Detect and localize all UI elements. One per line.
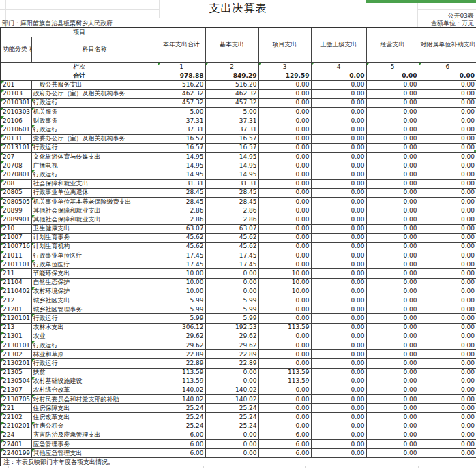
value-cell[interactable]: 0.00 [419, 386, 476, 394]
value-cell[interactable]: 0.00 [419, 449, 476, 458]
value-cell[interactable]: 0.00 [419, 215, 476, 224]
value-cell[interactable]: 22.89 [158, 359, 205, 368]
value-cell[interactable]: 0.00 [258, 89, 311, 98]
value-cell[interactable]: 14.95 [205, 170, 258, 179]
subject-name-cell[interactable]: 灾害防治及应急管理支出 [31, 431, 158, 439]
value-cell[interactable]: 192.53 [205, 323, 258, 332]
value-cell[interactable]: 0.00 [366, 449, 419, 458]
value-cell[interactable]: 0.00 [419, 125, 476, 134]
value-cell[interactable]: 0.00 [311, 260, 366, 269]
value-cell[interactable]: 0.00 [258, 422, 311, 431]
value-cell[interactable]: 0.00 [311, 413, 366, 422]
value-cell[interactable]: 0.00 [311, 143, 366, 152]
value-cell[interactable]: 0.00 [366, 269, 419, 278]
subject-name-cell[interactable]: 住房公积金 [31, 422, 158, 431]
value-cell[interactable]: 0.00 [258, 206, 311, 215]
value-cell[interactable]: 0.00 [311, 278, 366, 287]
value-cell[interactable]: 29.62 [158, 341, 205, 349]
subject-name-cell[interactable]: 行政运行 [31, 359, 158, 368]
value-cell[interactable]: 0.00 [366, 404, 419, 413]
value-cell[interactable]: 0.00 [205, 449, 258, 458]
value-cell[interactable]: 16.57 [158, 143, 205, 152]
value-cell[interactable]: 0.00 [311, 341, 366, 349]
subject-name-cell[interactable]: 节能环保支出 [31, 269, 158, 278]
value-cell[interactable]: 113.59 [258, 323, 311, 332]
value-cell[interactable]: 0.00 [419, 161, 476, 170]
subject-name-cell[interactable]: 农村环境保护 [31, 287, 158, 296]
value-cell[interactable]: 0.00 [258, 153, 311, 161]
value-cell[interactable]: 0.00 [419, 269, 476, 278]
value-cell[interactable]: 0.00 [258, 260, 311, 269]
value-cell[interactable]: 0.00 [311, 188, 366, 197]
value-cell[interactable]: 0.00 [366, 134, 419, 143]
value-cell[interactable]: 29.62 [205, 341, 258, 349]
subject-name-cell[interactable]: 文化旅游体育与传媒支出 [31, 153, 158, 161]
value-cell[interactable]: 45.62 [158, 242, 205, 251]
value-cell[interactable]: 0.00 [419, 251, 476, 260]
value-cell[interactable]: 0.00 [419, 197, 476, 206]
value-cell[interactable]: 0.00 [366, 89, 419, 98]
value-cell[interactable]: 0.00 [419, 296, 476, 305]
subject-name-cell[interactable]: 其他社会保障和就业支出 [31, 206, 158, 215]
value-cell[interactable]: 0.00 [366, 242, 419, 251]
function-code-cell[interactable]: 2089901 [1, 215, 31, 224]
value-cell[interactable]: 6.00 [158, 431, 205, 439]
value-cell[interactable]: 457.32 [205, 98, 258, 107]
value-cell[interactable]: 0.00 [311, 170, 366, 179]
value-cell[interactable]: 0.00 [311, 116, 366, 125]
value-cell[interactable]: 0.00 [311, 153, 366, 161]
total-value-cell[interactable]: 0.00 [366, 72, 419, 80]
value-cell[interactable]: 0.00 [366, 233, 419, 242]
subject-name-cell[interactable]: 农村基础设施建设 [31, 377, 158, 386]
value-cell[interactable]: 0.00 [366, 80, 419, 89]
value-cell[interactable]: 0.00 [419, 179, 476, 188]
value-cell[interactable]: 10.00 [258, 287, 311, 296]
subject-name-cell[interactable]: 行政运行 [31, 314, 158, 323]
value-cell[interactable]: 0.00 [366, 341, 419, 349]
value-cell[interactable]: 0.00 [419, 242, 476, 251]
value-cell[interactable]: 0.00 [366, 323, 419, 332]
subject-name-cell[interactable]: 机关事业单位基本养老保险缴费支出 [31, 197, 158, 206]
value-cell[interactable]: 14.95 [158, 161, 205, 170]
value-cell[interactable]: 0.00 [419, 116, 476, 125]
value-cell[interactable]: 0.00 [311, 332, 366, 341]
subject-name-cell[interactable]: 行政单位医疗 [31, 260, 158, 269]
value-cell[interactable]: 0.00 [258, 179, 311, 188]
value-cell[interactable]: 113.59 [258, 377, 311, 386]
col-header-function-code[interactable]: 功能分类 科目编码 [1, 37, 31, 62]
function-code-cell[interactable]: 20899 [1, 206, 31, 215]
subject-name-cell[interactable]: 财政事务 [31, 116, 158, 125]
value-cell[interactable]: 0.00 [366, 251, 419, 260]
function-code-cell[interactable]: 213 [1, 323, 31, 332]
value-cell[interactable]: 0.00 [205, 287, 258, 296]
value-cell[interactable]: 6.00 [258, 440, 311, 449]
subject-name-cell[interactable]: 社会保障和就业支出 [31, 179, 158, 188]
value-cell[interactable]: 25.24 [158, 404, 205, 413]
value-cell[interactable]: 0.00 [366, 125, 419, 134]
subject-name-cell[interactable]: 扶贫 [31, 368, 158, 377]
value-cell[interactable]: 0.00 [366, 314, 419, 323]
value-cell[interactable]: 0.00 [419, 80, 476, 89]
subject-name-cell[interactable]: 农业 [31, 332, 158, 341]
value-cell[interactable]: 0.00 [366, 413, 419, 422]
value-cell[interactable]: 0.00 [419, 395, 476, 404]
value-cell[interactable]: 37.31 [205, 125, 258, 134]
function-code-cell[interactable]: 22401 [1, 440, 31, 449]
column-number-cell[interactable]: 1 [158, 62, 205, 72]
value-cell[interactable]: 0.00 [258, 296, 311, 305]
function-code-cell[interactable]: 210 [1, 224, 31, 233]
value-cell[interactable]: 113.59 [158, 368, 205, 377]
subject-name-cell[interactable]: 计划生育事务 [31, 233, 158, 242]
function-code-cell[interactable]: 2130705 [1, 395, 31, 404]
value-cell[interactable]: 0.00 [311, 395, 366, 404]
col-header-subsidy[interactable]: 对附属单位补助支出 [419, 27, 476, 62]
value-cell[interactable]: 0.00 [258, 395, 311, 404]
value-cell[interactable]: 17.45 [158, 251, 205, 260]
function-code-cell[interactable]: 2013101 [1, 143, 31, 152]
value-cell[interactable]: 0.00 [311, 305, 366, 314]
value-cell[interactable]: 0.00 [311, 161, 366, 170]
value-cell[interactable]: 0.00 [311, 296, 366, 305]
value-cell[interactable]: 0.00 [205, 278, 258, 287]
value-cell[interactable]: 0.00 [366, 143, 419, 152]
value-cell[interactable]: 0.00 [258, 224, 311, 233]
